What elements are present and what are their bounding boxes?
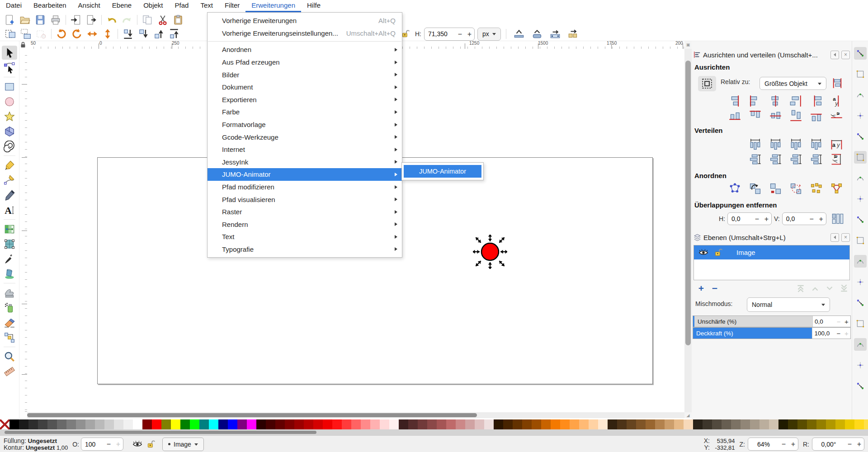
distribute-equal-vertical-gaps[interactable] [810,153,822,165]
tool-eraser[interactable] [2,315,17,330]
swatch-ffd9d9[interactable] [380,419,389,429]
menu-ebene[interactable]: Ebene [106,0,137,12]
align-center-horizontal-axis[interactable] [769,110,782,122]
menu-item-raster[interactable]: Raster [208,206,402,218]
swatch-2d2d2d[interactable] [28,419,38,429]
swatch-f1f1f1[interactable] [123,419,133,429]
swatch-545454[interactable] [47,419,57,429]
swatch-7c7264[interactable] [731,419,741,429]
current-layer-dropdown[interactable]: Image [162,438,204,451]
swatch-0000ff[interactable] [228,419,237,429]
swatch-ff3b3b[interactable] [342,419,351,429]
align-text-anchor[interactable]: ay [830,95,843,107]
swatch-000000[interactable] [9,419,19,429]
tool-bezier-pen[interactable] [2,173,17,187]
export-button[interactable] [84,14,99,26]
swatch-5a4d00[interactable] [797,419,807,429]
swatch-ffd91a[interactable] [854,419,864,429]
guides-lock-icon[interactable] [19,41,27,49]
graph-layout[interactable] [729,183,741,195]
swatch-919191[interactable] [76,419,85,429]
swatch-d40000[interactable] [313,419,323,429]
add-layer-button[interactable]: + [694,283,708,294]
swatch-ff8c1a[interactable] [560,419,570,429]
tool-ellipse[interactable] [2,94,17,108]
distribute-text-baselines[interactable]: ay [830,153,843,165]
swatch-ffba75[interactable] [579,419,589,429]
swatch-00ffff[interactable] [209,419,218,429]
menu-item-vorherige-erweiterungseinstellungen[interactable]: Vorherige Erweiterungseinstellungen...Um… [208,27,402,40]
align-left-to-right-edge[interactable] [810,95,822,107]
save-button[interactable] [33,14,48,26]
swatch-a6a6a6[interactable] [85,419,95,429]
tool-tweak[interactable] [2,286,17,300]
swatch-201b00[interactable] [778,419,788,429]
align-top-edges[interactable] [749,110,761,122]
opacity-increment[interactable]: + [843,328,850,339]
swatch-713a3a[interactable] [418,419,427,429]
swatch-805527[interactable] [636,419,646,429]
align-bottom-to-top-edge[interactable] [729,110,741,122]
menu-hilfe[interactable]: Hilfe [301,0,326,12]
snap-bounding-box[interactable] [854,68,867,80]
undo-button[interactable] [104,14,119,26]
menu-item-jessyink[interactable]: JessyInk [208,156,402,169]
exchange-positions-clockwise[interactable] [790,183,802,195]
zoom-decrement[interactable]: − [779,438,788,450]
blend-mode-dropdown[interactable]: Normal [747,297,830,312]
raise-to-top-button[interactable] [166,28,182,40]
swatch-f7d9b9[interactable] [684,419,693,429]
swatch-2b1500[interactable] [494,419,503,429]
snap-grids[interactable] [854,359,867,372]
lower-button[interactable] [136,28,151,40]
snap-path-intersections[interactable] [854,193,867,205]
tool-rectangle[interactable] [2,80,17,94]
height-value[interactable]: 71,350 [425,30,455,38]
swatch-eccb00[interactable] [845,419,854,429]
distribute-equal-horizontal-gaps[interactable] [810,138,822,151]
tool-spray[interactable] [2,301,17,315]
align-right-edges[interactable] [790,95,802,107]
rotate-ccw-button[interactable] [54,28,69,40]
menu-item-vorherige-erweiterungen[interactable]: Vorherige ErweiterungenAlt+Q [208,14,402,27]
swatch-9c4d00[interactable] [532,419,541,429]
panel-collapse-button[interactable] [830,233,839,242]
align-bottom-edges[interactable] [790,110,802,122]
tool-zoom[interactable] [2,349,17,363]
height-decrement-button[interactable]: − [455,28,465,40]
swatch-8b4848[interactable] [427,419,437,429]
tool-calligraphy[interactable] [2,188,17,202]
swatch-2b0000[interactable] [256,419,266,429]
menu-item-formatvorlage[interactable]: Formatvorlage [208,118,402,131]
blur-slider[interactable]: Unschärfe (%) [693,316,812,327]
menu-item-exportieren[interactable]: Exportieren [208,94,402,106]
align-top-to-bottom-edge[interactable] [810,110,822,122]
swatch-none[interactable] [0,419,9,429]
horizontal-scrollbar-thumb[interactable] [27,413,477,417]
swatch-fff0f0[interactable] [389,419,399,429]
swatch-f00000[interactable] [323,419,332,429]
align-right-to-left-edge[interactable] [729,95,741,107]
snap-page-border[interactable] [854,338,867,351]
snap-rotation-centers[interactable] [854,297,867,309]
snap-object-centers[interactable] [854,276,867,288]
menu-pfad[interactable]: Pfad [169,0,195,12]
vertical-scrollbar[interactable] [684,49,692,412]
rotate-cw-button[interactable] [69,28,85,40]
swatch-e3e3e3[interactable] [114,419,123,429]
tool-measure[interactable] [2,364,17,378]
swatch-00ff00[interactable] [190,419,199,429]
swatch-e6ba88[interactable] [674,419,684,429]
menu-item-gcode-werkzeuge[interactable]: Gcode-Werkzeuge [208,131,402,143]
swatch-eedfdf[interactable] [484,419,494,429]
overlap-v-decrement[interactable]: − [807,213,816,225]
swatch-696969[interactable] [57,419,66,429]
swatch-470000[interactable] [266,419,275,429]
swatch-ff1414[interactable] [332,419,342,429]
tool-paint-bucket[interactable] [2,267,17,281]
menu-ansicht[interactable]: Ansicht [72,0,106,12]
snap-text-baselines[interactable] [854,317,867,330]
swatch-633100[interactable] [513,419,522,429]
distribute-centers-horizontally[interactable] [769,138,782,151]
tool-connector[interactable] [2,330,17,344]
